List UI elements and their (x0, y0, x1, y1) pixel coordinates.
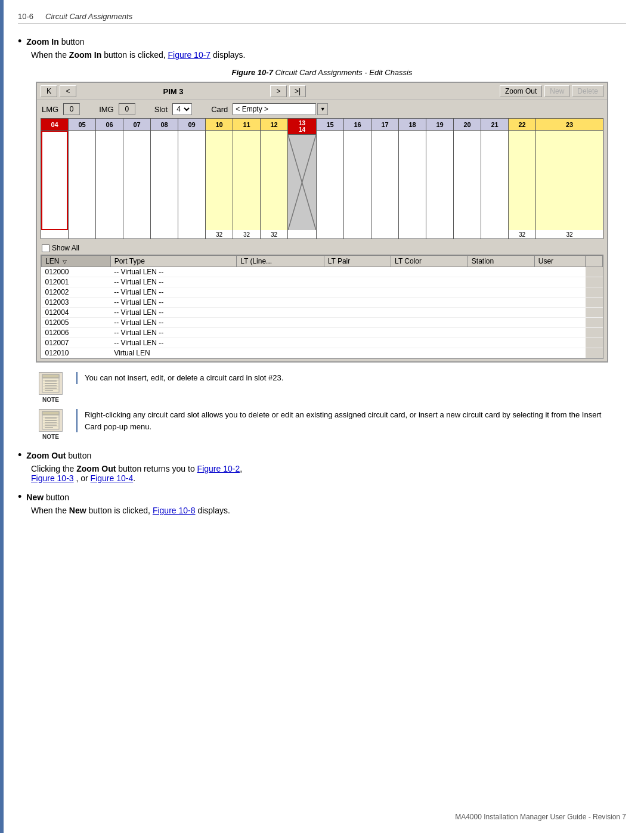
cell-station (467, 287, 534, 298)
slot-header-16: 16 (344, 119, 371, 131)
table-row[interactable]: 012003-- Virtual LEN -- (42, 298, 603, 308)
card-label: Card (211, 105, 228, 114)
zoom-out-section: • Zoom Out button Clicking the Zoom Out … (18, 450, 626, 483)
note-1-text: You can not insert, edit, or delete a ci… (76, 372, 614, 384)
cell-len: 012002 (42, 287, 111, 298)
slot-col-08[interactable]: 08 (151, 119, 178, 239)
btn-zoom-out[interactable]: Zoom Out (500, 85, 542, 97)
slot-body-11 (233, 131, 260, 230)
slot-col-15[interactable]: 15 (317, 119, 344, 239)
btn-k[interactable]: K (41, 85, 57, 97)
slot-body-21 (481, 131, 508, 230)
btn-next[interactable]: > (270, 85, 287, 97)
table-row[interactable]: 012001-- Virtual LEN -- (42, 277, 603, 287)
cell-station (467, 308, 534, 318)
cell-lt_line (237, 338, 324, 348)
slot-header-1314: 1314 (288, 119, 316, 135)
cell-lt_pair (324, 287, 391, 298)
cell-lt_pair (324, 318, 391, 328)
slot-body-07 (123, 131, 150, 230)
data-table: LEN ▽ Port Type LT (Line... LT Pair LT C… (41, 255, 603, 358)
footer-text: MA4000 Installation Manager User Guide -… (455, 813, 626, 821)
cell-len: 012004 (42, 308, 111, 318)
card-dropdown[interactable]: ▼ (317, 103, 328, 115)
col-header-user[interactable]: User (534, 256, 585, 267)
figure-10-7-link[interactable]: Figure 10-7 (168, 50, 211, 60)
cell-lt_color (391, 348, 468, 358)
figure-10-3-link[interactable]: Figure 10-3 (31, 473, 74, 483)
slot-col-05[interactable]: 05 (69, 119, 96, 239)
slot-col-06[interactable]: 06 (96, 119, 123, 239)
col-header-lt-color[interactable]: LT Color (391, 256, 468, 267)
slot-col-18[interactable]: 18 (399, 119, 426, 239)
slot-col-07[interactable]: 07 (123, 119, 151, 239)
show-all-checkbox[interactable] (42, 244, 49, 252)
figure-10-8-link[interactable]: Figure 10-8 (153, 506, 196, 515)
slot-body-12 (261, 131, 287, 230)
svg-rect-10 (42, 411, 59, 415)
col-header-lt-pair[interactable]: LT Pair (324, 256, 391, 267)
table-row[interactable]: 012006-- Virtual LEN -- (42, 328, 603, 338)
cell-port_type: -- Virtual LEN -- (110, 318, 236, 328)
cell-lt_line (237, 298, 324, 308)
slot-header-15: 15 (317, 119, 343, 131)
cell-user (534, 287, 585, 298)
table-row[interactable]: 012000-- Virtual LEN -- (42, 267, 603, 277)
note-1-icon (39, 372, 63, 395)
slot-body-17 (371, 131, 398, 230)
slot-footer-23: 32 (536, 230, 603, 239)
slot-footer-12: 32 (261, 230, 287, 239)
show-all-row: Show All (37, 241, 607, 255)
figure-10-4-link[interactable]: Figure 10-4 (91, 473, 134, 483)
col-header-len[interactable]: LEN ▽ (42, 256, 111, 267)
col-header-lt-line[interactable]: LT (Line... (237, 256, 324, 267)
slot-header-08: 08 (151, 119, 178, 131)
cell-station (467, 328, 534, 338)
slot-col-1314[interactable]: 1314 (288, 119, 317, 239)
cell-lt_pair (324, 348, 391, 358)
slot-footer-18 (399, 230, 426, 239)
col-header-port-type[interactable]: Port Type (110, 256, 236, 267)
zoom-in-label: Zoom In button (26, 37, 84, 47)
slot-col-23[interactable]: 23 32 (536, 119, 603, 239)
slot-body-1314 (288, 135, 316, 230)
table-row[interactable]: 012005-- Virtual LEN -- (42, 318, 603, 328)
note-1-wrapper: NOTE You can not insert, edit, or delete… (30, 372, 614, 403)
btn-last[interactable]: >| (289, 85, 306, 97)
figure-10-2-link[interactable]: Figure 10-2 (197, 464, 240, 473)
new-section: • New button When the New button is clic… (18, 491, 626, 515)
zoom-in-description: When the Zoom In button is clicked, Figu… (31, 50, 626, 60)
slot-col-09[interactable]: 09 (178, 119, 206, 239)
cell-user (534, 267, 585, 277)
slot-footer-11: 32 (233, 230, 260, 239)
btn-prev[interactable]: < (60, 85, 76, 97)
slot-header-19: 19 (426, 119, 453, 131)
cell-len: 012000 (42, 267, 111, 277)
slot-col-21[interactable]: 21 (481, 119, 509, 239)
table-row[interactable]: 012007-- Virtual LEN -- (42, 338, 603, 348)
scroll-col (586, 256, 603, 267)
dialog-window: K < PIM 3 > >| Zoom Out New Delete LMG 0… (36, 82, 608, 363)
slot-col-11[interactable]: 11 32 (233, 119, 261, 239)
slot-col-16[interactable]: 16 (344, 119, 371, 239)
btn-delete[interactable]: Delete (572, 85, 603, 97)
cell-station (467, 277, 534, 287)
slot-col-19[interactable]: 19 (426, 119, 454, 239)
svg-rect-2 (42, 374, 59, 392)
slot-col-12[interactable]: 12 32 (261, 119, 288, 239)
table-row[interactable]: 012004-- Virtual LEN -- (42, 308, 603, 318)
table-row[interactable]: 012002-- Virtual LEN -- (42, 287, 603, 298)
slot-select[interactable]: 4 (172, 103, 192, 115)
slot-col-17[interactable]: 17 (371, 119, 399, 239)
cell-lt_pair (324, 308, 391, 318)
slot-col-20[interactable]: 20 (454, 119, 481, 239)
col-header-station[interactable]: Station (467, 256, 534, 267)
slot-footer-09 (178, 230, 205, 239)
slot-col-04[interactable]: 04 (41, 119, 69, 239)
table-row[interactable]: 012010Virtual LEN (42, 348, 603, 358)
slot-footer-15 (317, 230, 343, 239)
slot-col-22[interactable]: 22 32 (509, 119, 536, 239)
cell-station (467, 348, 534, 358)
slot-col-10[interactable]: 10 32 (206, 119, 233, 239)
btn-new[interactable]: New (544, 85, 569, 97)
